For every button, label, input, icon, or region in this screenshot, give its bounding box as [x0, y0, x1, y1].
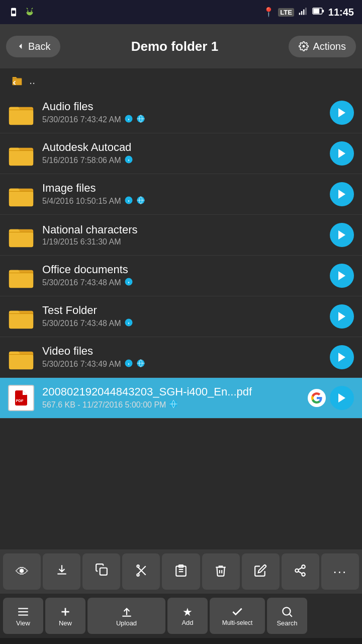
search-button[interactable]: Search: [267, 598, 307, 634]
upload-label: Upload: [116, 619, 137, 627]
file-item-office-documents[interactable]: Office documents 5/30/2016 7:43:48 AM: [0, 256, 362, 296]
folder-icon: [8, 222, 34, 248]
file-name: Autodesk Autocad: [42, 141, 330, 154]
page-title: Demo folder 1: [131, 39, 218, 54]
file-name: Image files: [42, 182, 330, 195]
svg-point-77: [283, 607, 290, 615]
svg-rect-7: [301, 11, 303, 15]
file-info: Audio files 5/30/2016 7:43:42 AM: [42, 100, 330, 125]
file-item-national-characters[interactable]: National characters 1/19/2015 6:31:30 AM: [0, 215, 362, 256]
svg-point-66: [302, 565, 306, 569]
svg-point-13: [303, 45, 305, 48]
file-name: Test Folder: [42, 304, 330, 317]
svg-rect-12: [322, 10, 324, 12]
file-item-audio-files[interactable]: Audio files 5/30/2016 7:43:42 AM: [0, 93, 362, 133]
svg-marker-44: [338, 312, 345, 321]
svg-rect-1: [12, 11, 16, 14]
file-item-image-files[interactable]: Image files 5/4/2016 10:50:15 AM: [0, 174, 362, 215]
file-item-video-files[interactable]: Video files 5/30/2016 7:43:49 AM: [0, 337, 362, 378]
actions-button[interactable]: Actions: [289, 36, 356, 57]
svg-marker-51: [338, 353, 345, 362]
svg-rect-11: [313, 9, 319, 13]
file-info: Autodesk Autocad 5/16/2016 7:58:06 AM: [42, 141, 330, 166]
info-icon: [124, 277, 133, 288]
search-label: Search: [277, 619, 297, 627]
delete-tool-button[interactable]: [202, 553, 240, 590]
sim-icon: [8, 7, 19, 18]
play-button[interactable]: [330, 223, 354, 247]
file-item-test-folder[interactable]: Test Folder 5/30/2016 7:43:48 AM: [0, 296, 362, 337]
folder-icon: [8, 181, 34, 207]
svg-rect-8: [303, 9, 305, 15]
globe-icon: [136, 114, 145, 125]
upload-button[interactable]: Upload: [87, 598, 165, 634]
cut-tool-button[interactable]: [122, 553, 160, 590]
multiselect-label: Multi-select: [222, 619, 253, 626]
svg-line-70: [299, 568, 302, 570]
new-label: New: [59, 619, 72, 627]
svg-marker-25: [338, 149, 345, 158]
play-button[interactable]: [330, 141, 354, 166]
status-bar-right: 📍 LTE 11:45: [263, 6, 354, 19]
download-tool-button[interactable]: [43, 553, 80, 590]
globe-icon: [169, 399, 178, 411]
svg-marker-32: [338, 190, 345, 199]
play-button[interactable]: [330, 101, 354, 125]
new-button[interactable]: New: [45, 598, 85, 634]
svg-line-5: [32, 8, 33, 10]
parent-dir-icon: [10, 73, 24, 88]
svg-line-69: [299, 571, 302, 573]
svg-point-59: [137, 565, 139, 567]
add-button[interactable]: ★ Add: [167, 598, 208, 634]
toolbar-row2: View New Upload ★ Add Multi-select Searc…: [0, 594, 362, 638]
svg-rect-9: [305, 8, 307, 15]
signal-icon: [298, 6, 308, 19]
svg-marker-55: [338, 393, 345, 403]
folder-icon: [8, 140, 34, 167]
more-tool-button[interactable]: ···: [321, 553, 359, 590]
android-icon: [24, 7, 35, 18]
share-tool-button[interactable]: [282, 553, 319, 590]
google-icon: [308, 389, 326, 407]
folder-icon: [8, 303, 34, 330]
file-item-autodesk-autocad[interactable]: Autodesk Autocad 5/16/2016 7:58:06 AM: [0, 133, 362, 174]
view-tool-button[interactable]: 👁: [3, 553, 41, 590]
file-meta: 5/30/2016 7:43:48 AM: [42, 277, 330, 288]
play-button[interactable]: [330, 264, 354, 288]
svg-rect-57: [100, 568, 107, 575]
paste-tool-button[interactable]: [162, 553, 200, 590]
svg-marker-20: [338, 108, 345, 117]
folder-icon: [8, 344, 34, 370]
location-icon: 📍: [263, 7, 274, 18]
info-icon: [124, 196, 133, 207]
svg-text:PDF: PDF: [16, 398, 24, 403]
play-button[interactable]: [330, 345, 354, 369]
info-icon: [124, 359, 133, 370]
file-info: Image files 5/4/2016 10:50:15 AM: [42, 182, 330, 207]
file-item-pdf-file[interactable]: PDF 200802192044843203_SGH-i400_En...pdf…: [0, 378, 362, 419]
file-meta: 5/30/2016 7:43:48 AM: [42, 318, 330, 329]
parent-dir-item[interactable]: ..: [0, 68, 362, 93]
file-meta: 5/30/2016 7:43:42 AM: [42, 114, 330, 125]
play-button[interactable]: [330, 182, 354, 206]
file-name: Video files: [42, 345, 330, 358]
folder-icon: [8, 263, 34, 289]
lte-badge: LTE: [278, 8, 294, 17]
pdf-icon: PDF: [8, 385, 34, 411]
svg-point-58: [137, 574, 139, 576]
multiselect-button[interactable]: Multi-select: [210, 598, 265, 634]
play-button[interactable]: [330, 386, 354, 410]
file-info: Video files 5/30/2016 7:43:49 AM: [42, 345, 330, 370]
play-button[interactable]: [330, 304, 354, 329]
info-icon: [124, 155, 133, 166]
back-button[interactable]: Back: [6, 36, 60, 57]
edit-tool-button[interactable]: [242, 553, 280, 590]
file-meta: 5/16/2016 7:58:06 AM: [42, 155, 330, 166]
file-info: 200802192044843203_SGH-i400_En...pdf 567…: [42, 385, 308, 411]
svg-point-67: [296, 569, 299, 572]
copy-tool-button[interactable]: [82, 553, 120, 590]
parent-dir-label: ..: [29, 74, 35, 87]
battery-icon: [312, 6, 324, 19]
view-tab-button[interactable]: View: [3, 598, 43, 634]
file-meta: 567.6 KB - 11/27/2016 5:00:00 PM: [42, 399, 308, 411]
